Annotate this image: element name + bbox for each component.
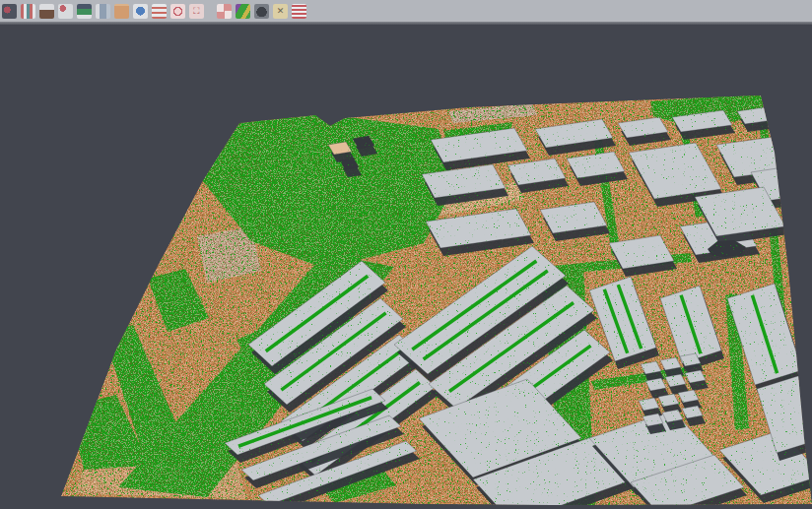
- orthophoto-button[interactable]: [114, 4, 129, 19]
- grid-checker-button[interactable]: [217, 4, 232, 19]
- sparse-cloud-button[interactable]: [58, 4, 73, 19]
- camera-button[interactable]: [254, 4, 269, 19]
- crop-region-button[interactable]: ⛶: [189, 4, 204, 19]
- terrain-model-button[interactable]: [39, 4, 54, 19]
- point-cloud-render: [0, 25, 812, 509]
- classification-map-button[interactable]: [236, 4, 250, 19]
- globe-view-button[interactable]: [133, 4, 148, 19]
- select-points-button[interactable]: [2, 4, 17, 19]
- point-speckle-layer: [0, 84, 812, 509]
- flag-stripes-button[interactable]: [292, 4, 306, 19]
- clip-tool-button[interactable]: ✕: [273, 4, 288, 19]
- 3d-viewport[interactable]: [0, 25, 812, 509]
- surface-model-button[interactable]: [77, 4, 92, 19]
- target-circle-button[interactable]: [170, 4, 185, 19]
- profile-view-button[interactable]: [96, 4, 110, 19]
- clip-tool-icon: ✕: [277, 7, 285, 16]
- layer-list-button[interactable]: [152, 4, 167, 19]
- classified-points-button[interactable]: [21, 4, 35, 19]
- crop-region-icon: ⛶: [193, 7, 199, 16]
- toolbar: ⛶✕: [0, 0, 812, 22]
